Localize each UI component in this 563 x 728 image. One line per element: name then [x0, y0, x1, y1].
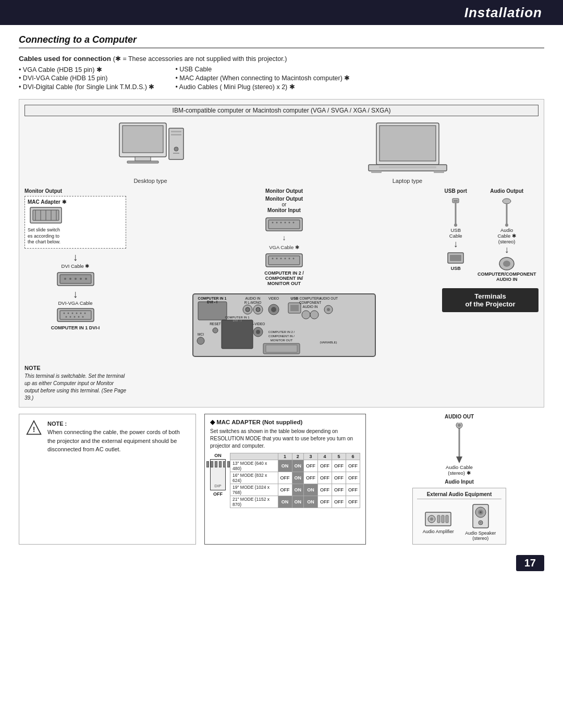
- svg-text:AUDIO IN: AUDIO IN: [303, 305, 318, 309]
- svg-text:S-VIDEO: S-VIDEO: [251, 322, 265, 326]
- svg-text:R    L-MONO: R L-MONO: [244, 301, 262, 304]
- svg-point-38: [69, 316, 71, 318]
- usb-audio-section: USB port USB Cable ↓: [442, 188, 538, 312]
- svg-rect-122: [446, 515, 448, 523]
- monitor-output-label-3: Monitor OutputorMonitor Input: [265, 196, 303, 213]
- audio-cable-label: Audio Cable ✱ (stereo): [497, 227, 516, 244]
- svg-rect-97: [222, 320, 253, 349]
- usb-cable-label: USB Cable: [449, 227, 462, 239]
- svg-point-35: [80, 313, 81, 314]
- svg-point-44: [272, 222, 274, 224]
- svg-point-115: [458, 424, 461, 427]
- svg-text:DVI - I: DVI - I: [232, 319, 241, 322]
- svg-text:DVI - I: DVI - I: [207, 300, 217, 304]
- external-audio-box: External Audio Equipment Audio Amplifier: [412, 488, 506, 545]
- svg-point-24: [64, 278, 66, 280]
- svg-point-7: [174, 147, 178, 151]
- table-header-3: 3: [304, 453, 318, 460]
- monitor-output-label-2: Monitor Output: [265, 188, 303, 194]
- svg-point-128: [480, 522, 482, 524]
- mac-adapter-desc: Set switches as shown in the table below…: [210, 428, 360, 450]
- svg-rect-12: [379, 166, 436, 168]
- table-header-4: 4: [318, 453, 332, 460]
- computer-in2-label: COMPUTER IN 2 /COMPONENT IN/MONITOR OUT: [264, 270, 304, 286]
- svg-point-27: [80, 278, 82, 280]
- svg-rect-121: [442, 515, 444, 523]
- table-header-5: 5: [332, 453, 346, 460]
- dvi-vga-cable-label: ↓: [25, 288, 126, 300]
- svg-rect-1: [123, 126, 163, 153]
- svg-text:COMPUTER IN 2 /: COMPUTER IN 2 /: [268, 330, 295, 334]
- usb-label: USB: [451, 266, 461, 271]
- svg-text:USB: USB: [291, 297, 299, 300]
- dvi-connector: [55, 270, 96, 288]
- svg-point-103: [454, 224, 457, 227]
- mac-adapter-connector: [28, 205, 64, 226]
- usb-down-arrow: ↓: [454, 239, 458, 250]
- dvi-arrow-down: ↓: [25, 252, 126, 262]
- audio-jack-svg: [496, 196, 517, 227]
- vga-arrow: ↓VGA Cable ✱: [269, 233, 299, 251]
- amplifier-svg: [424, 508, 452, 529]
- svg-point-108: [505, 224, 508, 227]
- svg-rect-30: [60, 311, 91, 319]
- table-header-2: 2: [292, 453, 304, 460]
- audio-right-section: AUDIO OUT Audio Cable (stereo) ✱ Audio I…: [374, 414, 544, 545]
- terminals-box: Terminals of the Projector: [442, 288, 538, 312]
- svg-rect-14: [434, 171, 444, 173]
- svg-rect-4: [169, 128, 183, 159]
- svg-point-36: [84, 313, 85, 314]
- svg-rect-105: [450, 255, 461, 261]
- svg-text:(VARIABLE): (VARIABLE): [320, 341, 337, 344]
- switch-pin-2: [211, 461, 213, 467]
- svg-point-66: [246, 307, 250, 312]
- mac-adapter-box-title: MAC ADAPTER (Not supplied): [210, 418, 360, 426]
- note-section-inner: NOTE This terminal is switchable. Set th…: [25, 365, 538, 402]
- switch-visual: ON DIP OFF: [210, 453, 226, 497]
- svg-point-70: [271, 307, 276, 312]
- svg-point-56: [289, 257, 290, 259]
- svg-text:MCI: MCI: [198, 332, 204, 336]
- svg-text:AUDIO IN: AUDIO IN: [246, 297, 261, 300]
- svg-rect-10: [380, 126, 436, 161]
- svg-point-26: [75, 278, 77, 280]
- svg-point-54: [280, 257, 282, 259]
- mode-table: 1 2 3 4 5 6 13" MODE (640 x 480)ONONOFFO…: [230, 453, 360, 508]
- svg-point-119: [430, 517, 433, 521]
- section-title: Connecting to a Computer: [19, 34, 544, 48]
- dvi-vga-section: Monitor Output MAC Adapter ✱ Set slide: [25, 188, 126, 330]
- vga-connector-bottom: [263, 251, 305, 269]
- cable-item-3: DVI-Digital Cable (for Single Link T.M.D…: [19, 83, 154, 91]
- mac-adapter-box: MAC ADAPTER (Not supplied) Set switches …: [204, 414, 366, 545]
- svg-text:COMPONENT: COMPONENT: [299, 301, 321, 304]
- switch-pin-6: [227, 461, 230, 467]
- svg-point-53: [276, 257, 278, 259]
- svg-point-33: [71, 313, 73, 314]
- switch-pin-3: [215, 461, 217, 467]
- svg-rect-59: [198, 302, 227, 320]
- svg-point-31: [63, 313, 65, 314]
- page-number: 17: [516, 555, 544, 571]
- cable-item-2: DVI-VGA Cable (HDB 15 pin): [19, 75, 154, 82]
- svg-text:AUDIO OUT: AUDIO OUT: [319, 297, 338, 300]
- audio-input-label: Audio Input: [445, 479, 474, 485]
- audio-equipment-row: Audio Amplifier Audio Speaker (stereo): [417, 502, 501, 541]
- svg-rect-6: [171, 134, 181, 135]
- svg-rect-51: [268, 256, 300, 265]
- svg-point-78: [256, 330, 260, 334]
- svg-rect-13: [371, 171, 382, 173]
- cable-lists: VGA Cable (HDB 15 pin) ✱ DVI-VGA Cable (…: [19, 66, 544, 92]
- svg-point-106: [503, 199, 511, 204]
- dvi-cable-label: DVI Cable ✱: [25, 263, 126, 269]
- bottom-row: ! NOTE : When connecting the cable, the …: [19, 414, 544, 545]
- svg-rect-8: [173, 153, 179, 154]
- svg-point-82: [302, 311, 310, 319]
- svg-point-41: [82, 316, 83, 318]
- mac-adapter-label: MAC Adapter ✱: [28, 199, 123, 205]
- computer-in1-label: COMPUTER IN 1 DVI-I: [25, 325, 126, 330]
- note-text: This terminal is switchable. Set the ter…: [25, 373, 129, 402]
- warning-text: NOTE : When connecting the cable, the po…: [47, 419, 189, 454]
- cable-item-4: USB Cable: [175, 66, 350, 73]
- svg-point-48: [289, 222, 290, 224]
- cable-list-right: USB Cable MAC Adapter (When connecting t…: [175, 66, 350, 92]
